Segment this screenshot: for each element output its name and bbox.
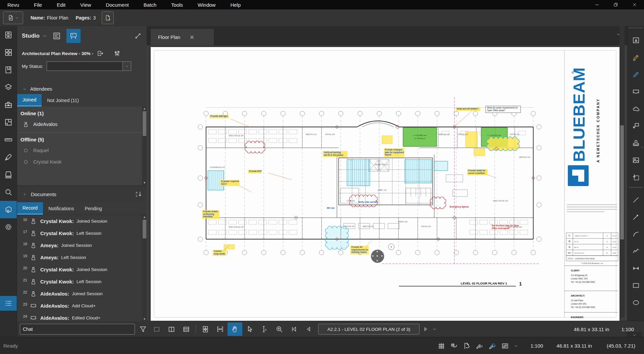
- split-v-button[interactable]: [164, 322, 179, 336]
- menu-item-document[interactable]: Document: [106, 2, 129, 8]
- sidebar-item-search[interactable]: [0, 183, 17, 201]
- tab-pending[interactable]: Pending: [79, 202, 107, 215]
- fit-page-button[interactable]: [198, 322, 213, 336]
- snapshot-tool-button[interactable]: [628, 169, 644, 186]
- fit-width-button[interactable]: [213, 322, 228, 336]
- attendee-offline[interactable]: Crystal Kwok: [22, 159, 147, 165]
- restore-button[interactable]: [606, 0, 625, 9]
- document-viewport[interactable]: BLUEBEAM ® A NEMETSCHEK COMPANY: [147, 45, 627, 337]
- page-select-dropdown[interactable]: A2.2.1 - LEVEL 02 FLOOR PLAN (2 of 3): [318, 324, 419, 335]
- menu-item-help[interactable]: Help: [230, 2, 241, 8]
- attendee-online[interactable]: AideAvalos: [22, 121, 147, 128]
- image-tool-button[interactable]: [628, 151, 644, 169]
- polyline-tool-button[interactable]: [628, 242, 644, 260]
- record-row[interactable]: 19Ameya:Left Session: [17, 251, 147, 263]
- menu-item-window[interactable]: Window: [198, 2, 215, 8]
- my-status-select[interactable]: [47, 61, 131, 71]
- sidebar-item-settings[interactable]: [0, 218, 17, 236]
- record-row[interactable]: 23AideAvalos:Add Cloud+: [17, 300, 147, 312]
- arc-tool-button[interactable]: [628, 225, 644, 242]
- session-settings-icon[interactable]: [113, 50, 121, 57]
- markup-snap-toggle-button[interactable]: [476, 342, 484, 350]
- page-snap-toggle-button[interactable]: [463, 342, 471, 350]
- grid-toggle-button[interactable]: [437, 342, 445, 350]
- close-button[interactable]: [625, 0, 644, 9]
- chevron-down-icon[interactable]: [42, 34, 47, 38]
- cursor-button[interactable]: [242, 322, 257, 336]
- scroll-down-icon[interactable]: ▼: [143, 181, 146, 184]
- cloud-tool-button[interactable]: [628, 100, 644, 117]
- arrow-tool-button[interactable]: [628, 208, 644, 225]
- menu-item-tools[interactable]: Tools: [171, 2, 183, 8]
- ellipse-tool-button[interactable]: [628, 294, 644, 311]
- text-box-tool-button[interactable]: A: [628, 32, 644, 49]
- chat-input[interactable]: [20, 324, 135, 335]
- document-scrollbar[interactable]: [620, 26, 625, 318]
- tab-not-joined[interactable]: Not Joined (11): [42, 94, 84, 106]
- leave-session-icon[interactable]: [97, 50, 104, 57]
- chevron-down-icon[interactable]: [514, 344, 518, 348]
- chevron-down-icon[interactable]: [122, 62, 131, 71]
- swap-toggle-button[interactable]: [501, 342, 509, 350]
- scroll-up-icon[interactable]: ▲: [143, 107, 146, 110]
- scroll-down-icon[interactable]: ▼: [143, 318, 146, 321]
- filter-icon[interactable]: [139, 325, 147, 333]
- cloud-rect-tool-button[interactable]: [628, 83, 644, 100]
- new-page-button[interactable]: [102, 11, 114, 24]
- sort-az-icon[interactable]: AZ: [135, 190, 142, 198]
- rectangle-tool-button[interactable]: [628, 277, 644, 294]
- close-tab-icon[interactable]: [189, 34, 195, 40]
- sidebar-item-file-access[interactable]: [0, 26, 17, 44]
- tab-record[interactable]: Record: [17, 202, 43, 215]
- menu-item-edit[interactable]: Edit: [57, 2, 65, 8]
- sidebar-item-measurements[interactable]: [0, 131, 17, 148]
- tab-notifications[interactable]: Notifications: [43, 202, 79, 215]
- text-cursor-button[interactable]: A: [257, 322, 272, 336]
- sidebar-item-signatures[interactable]: [0, 148, 17, 166]
- record-row[interactable]: 18Ameya:Joined Session: [17, 239, 147, 251]
- zoom-plus-button[interactable]: [272, 322, 287, 336]
- snap-grid-toggle-button[interactable]: [450, 342, 458, 350]
- menu-item-file[interactable]: File: [34, 2, 42, 8]
- record-row[interactable]: 21Crystal Kwok:Left Session: [17, 275, 147, 287]
- next-page-icon[interactable]: [422, 326, 429, 333]
- record-scrollbar[interactable]: ▲ ▼: [142, 215, 147, 321]
- chevron-down-icon[interactable]: [432, 327, 437, 331]
- attendees-scrollbar[interactable]: ▲ ▼: [142, 106, 147, 185]
- tab-joined[interactable]: Joined: [17, 94, 42, 106]
- record-row[interactable]: 20Crystal Kwok:Joined Session: [17, 263, 147, 275]
- menu-item-batch[interactable]: Batch: [144, 2, 156, 8]
- single-pane-button[interactable]: [149, 322, 164, 336]
- nav-prev-button[interactable]: [301, 322, 316, 336]
- document-tab[interactable]: Floor Plan: [151, 29, 214, 45]
- pan-hand-button[interactable]: [228, 322, 242, 336]
- sidebar-item-spaces[interactable]: [0, 114, 17, 131]
- split-h-button[interactable]: [179, 322, 194, 336]
- menu-item-revu[interactable]: Revu: [7, 2, 19, 8]
- highlighter-tool-button[interactable]: [628, 49, 644, 66]
- measure-tool-button[interactable]: [628, 260, 644, 277]
- studio-session-button[interactable]: [66, 29, 81, 43]
- drag-handle[interactable]: [629, 28, 643, 30]
- record-row[interactable]: 17Crystal Kwok:Left Session: [17, 227, 147, 239]
- attendees-header[interactable]: Attendees: [17, 84, 147, 94]
- connect-icon[interactable]: [134, 32, 142, 40]
- record-row[interactable]: 22AideAvalos:Joined Session: [17, 287, 147, 300]
- stamp-tool-button[interactable]: [628, 134, 644, 151]
- callout-tool-button[interactable]: [628, 117, 644, 134]
- record-row[interactable]: 16Crystal Kwok:Joined Session: [17, 215, 147, 227]
- record-row[interactable]: 24AideAvalos:Edited Cloud+: [17, 312, 147, 321]
- sidebar-item-toolbox[interactable]: [0, 96, 17, 114]
- nav-first-button[interactable]: [287, 322, 301, 336]
- markup-list-button[interactable]: [50, 29, 64, 43]
- sidebar-item-bookmarks[interactable]: [0, 61, 17, 79]
- minimize-button[interactable]: [588, 0, 606, 9]
- scroll-up-icon[interactable]: ▲: [143, 216, 146, 219]
- documents-section[interactable]: Documents AZ: [17, 186, 147, 203]
- pen-tool-button[interactable]: [628, 66, 644, 83]
- chat-menu-button[interactable]: [0, 296, 17, 311]
- sidebar-item-thumbnails[interactable]: [0, 44, 17, 61]
- document-menu-button[interactable]: [3, 11, 23, 24]
- sidebar-item-layers[interactable]: [0, 79, 17, 96]
- drag-handle[interactable]: [629, 187, 643, 190]
